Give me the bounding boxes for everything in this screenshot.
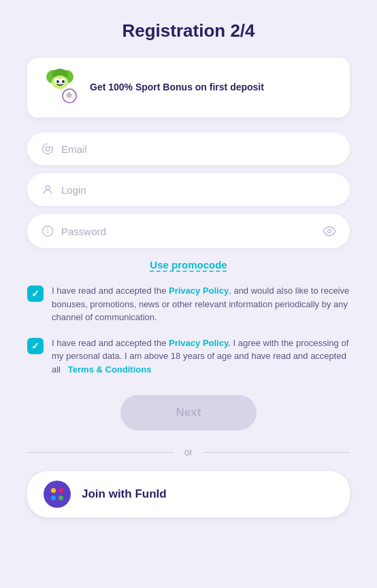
or-line-right [203, 452, 350, 453]
email-input[interactable] [61, 143, 336, 155]
or-divider: or [27, 447, 350, 457]
dot-blue [51, 496, 56, 500]
svg-point-13 [46, 147, 50, 151]
privacy-policy-link-2[interactable]: Privacy Policy. [169, 338, 231, 348]
email-icon [41, 142, 54, 156]
registration-container: Registration 2/4 [0, 0, 377, 588]
dot-red [59, 488, 63, 493]
checkbox-1[interactable]: ✓ [27, 286, 44, 302]
user-icon [41, 183, 54, 196]
page-title: Registration 2/4 [122, 20, 255, 41]
login-input[interactable] [61, 184, 336, 196]
funid-label: Join with FunId [82, 487, 167, 501]
email-wrapper [27, 133, 350, 165]
next-button[interactable]: Next [120, 395, 257, 430]
terms-conditions-link[interactable]: Terms & Conditions [68, 364, 152, 375]
checkmark-1: ✓ [31, 288, 39, 299]
input-group [27, 133, 350, 248]
promo-code-link[interactable]: Use promocode [150, 259, 227, 271]
dot-yellow [51, 488, 56, 493]
password-wrapper [27, 214, 350, 248]
info-icon [41, 224, 54, 238]
funid-dots [51, 488, 63, 500]
checkbox-text-1: I have read and accepted the Privacy Pol… [52, 284, 350, 324]
checkbox-row-2: ✓ I have read and accepted the Privacy P… [27, 336, 350, 377]
or-text: or [174, 447, 203, 457]
mascot-svg [39, 67, 80, 108]
svg-point-6 [52, 75, 68, 89]
bonus-banner: Get 100% Sport Bonus on first deposit [27, 58, 350, 118]
svg-point-18 [328, 230, 331, 233]
bonus-text: Get 100% Sport Bonus on first deposit [90, 81, 264, 94]
checkmark-2: ✓ [31, 341, 39, 351]
svg-point-9 [56, 80, 59, 83]
mascot-icon [39, 67, 80, 108]
checkbox-text-2: I have read and accepted the Privacy Pol… [52, 336, 350, 377]
privacy-policy-link-1[interactable]: Privacy Policy [169, 286, 229, 296]
checkbox-row-1: ✓ I have read and accepted the Privacy P… [27, 284, 350, 324]
funid-button[interactable]: Join with FunId [27, 471, 350, 517]
checkboxes-group: ✓ I have read and accepted the Privacy P… [27, 284, 350, 376]
checkbox-2[interactable]: ✓ [27, 338, 44, 354]
or-line-left [27, 452, 174, 453]
dot-green [59, 496, 63, 500]
funid-icon [44, 481, 71, 508]
login-wrapper [27, 173, 350, 206]
toggle-password-icon[interactable] [323, 224, 336, 239]
password-input[interactable] [61, 226, 316, 237]
svg-point-10 [62, 80, 65, 83]
svg-point-14 [46, 186, 50, 190]
